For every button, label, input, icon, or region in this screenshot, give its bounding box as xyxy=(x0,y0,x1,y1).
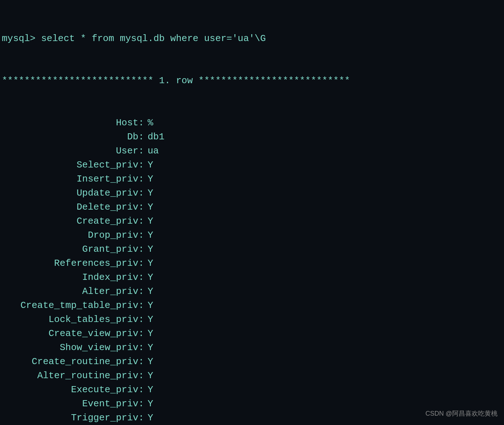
field-row: Create_view_priv:Y xyxy=(2,327,502,341)
field-row: Update_priv:Y xyxy=(2,186,502,200)
field-value: Y xyxy=(148,200,153,214)
field-label: Db: xyxy=(2,130,148,144)
field-row: Alter_priv:Y xyxy=(2,285,502,299)
field-row: Index_priv:Y xyxy=(2,270,502,285)
field-value: % xyxy=(148,116,153,130)
field-value: Y xyxy=(148,228,153,242)
field-row: User:ua xyxy=(2,144,502,158)
field-value: db1 xyxy=(148,130,165,144)
field-value: Y xyxy=(148,411,153,425)
field-value: Y xyxy=(148,299,153,313)
field-value: Y xyxy=(148,186,153,200)
sql-prompt-line: mysql> select * from mysql.db where user… xyxy=(2,32,502,46)
field-label: Update_priv: xyxy=(2,186,148,200)
field-label: Select_priv: xyxy=(2,158,148,172)
field-row: Create_routine_priv:Y xyxy=(2,355,502,369)
field-row: Db:db1 xyxy=(2,130,502,144)
fields-container: Host:%Db:db1User:uaSelect_priv:YInsert_p… xyxy=(2,116,502,425)
field-label: Index_priv: xyxy=(2,270,148,285)
field-row: Execute_priv:Y xyxy=(2,383,502,397)
field-label: Trigger_priv: xyxy=(2,411,148,425)
field-label: Alter_priv: xyxy=(2,285,148,299)
field-row: Alter_routine_priv:Y xyxy=(2,369,502,383)
field-label: Lock_tables_priv: xyxy=(2,313,148,327)
field-row: Delete_priv:Y xyxy=(2,200,502,214)
field-row: Show_view_priv:Y xyxy=(2,341,502,355)
field-value: Y xyxy=(148,172,153,186)
field-value: Y xyxy=(148,285,153,299)
field-value: Y xyxy=(148,369,153,383)
field-value: Y xyxy=(148,383,153,397)
field-row: Grant_priv:Y xyxy=(2,242,502,256)
field-value: Y xyxy=(148,270,153,285)
row-separator: *************************** 1. row *****… xyxy=(2,74,502,88)
field-row: Lock_tables_priv:Y xyxy=(2,313,502,327)
field-row: Insert_priv:Y xyxy=(2,172,502,186)
field-value: Y xyxy=(148,341,153,355)
field-value: Y xyxy=(148,242,153,256)
field-value: ua xyxy=(148,144,159,158)
field-row: Select_priv:Y xyxy=(2,158,502,172)
field-row: Create_tmp_table_priv:Y xyxy=(2,299,502,313)
field-label: Create_tmp_table_priv: xyxy=(2,299,148,313)
field-row: Create_priv:Y xyxy=(2,214,502,228)
field-row: References_priv:Y xyxy=(2,256,502,270)
field-label: Delete_priv: xyxy=(2,200,148,214)
field-value: Y xyxy=(148,397,153,411)
terminal-output: mysql> select * from mysql.db where user… xyxy=(2,4,502,425)
field-value: Y xyxy=(148,158,153,172)
watermark-text: CSDN @阿昌喜欢吃黄桃 xyxy=(426,409,498,419)
field-label: Host: xyxy=(2,116,148,130)
field-label: Alter_routine_priv: xyxy=(2,369,148,383)
field-label: References_priv: xyxy=(2,256,148,270)
field-label: Event_priv: xyxy=(2,397,148,411)
field-label: Show_view_priv: xyxy=(2,341,148,355)
field-label: Create_routine_priv: xyxy=(2,355,148,369)
field-value: Y xyxy=(148,256,153,270)
field-row: Drop_priv:Y xyxy=(2,228,502,242)
field-value: Y xyxy=(148,355,153,369)
field-label: Insert_priv: xyxy=(2,172,148,186)
field-label: Drop_priv: xyxy=(2,228,148,242)
field-label: Create_priv: xyxy=(2,214,148,228)
field-value: Y xyxy=(148,327,153,341)
field-label: Grant_priv: xyxy=(2,242,148,256)
field-value: Y xyxy=(148,313,153,327)
field-label: User: xyxy=(2,144,148,158)
field-row: Host:% xyxy=(2,116,502,130)
field-label: Create_view_priv: xyxy=(2,327,148,341)
field-label: Execute_priv: xyxy=(2,383,148,397)
field-value: Y xyxy=(148,214,153,228)
